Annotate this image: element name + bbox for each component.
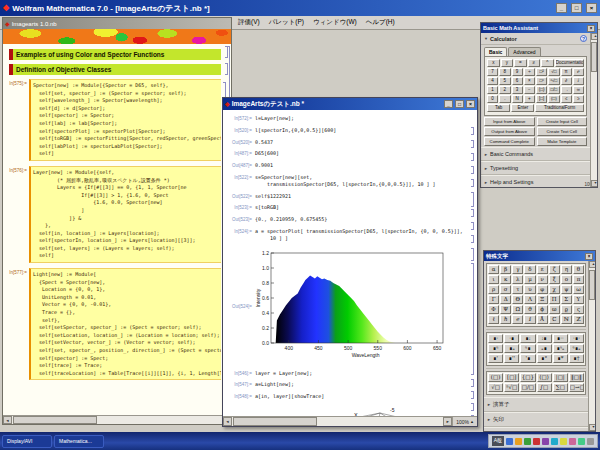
char-ℕ[interactable]: ℕ [561,315,572,324]
template-button[interactable]: ⟨□⟩ [537,373,552,382]
tray-icon-5[interactable] [551,438,558,445]
cell-bracket[interactable] [471,209,474,217]
key-x[interactable]: x [487,59,500,67]
key-N[interactable]: N [512,95,523,103]
cell-bracket[interactable] [471,235,474,243]
command-complete-button[interactable]: Command Complete [484,137,535,146]
cell-bracket[interactable] [471,379,474,387]
char-κ[interactable]: κ [500,275,511,284]
char-ℏ[interactable]: ℏ [500,315,511,324]
cell-bracket[interactable] [471,153,474,161]
template-button[interactable]: ᵃ∎ₐ [569,344,584,353]
cell-bracket[interactable] [471,140,474,148]
char-ζ[interactable]: ζ [549,265,560,274]
tray-icon-3[interactable] [533,438,540,445]
char-Ω[interactable]: Ω [512,305,523,314]
template-button[interactable]: [□] [504,373,519,382]
char-ψ[interactable]: ψ [561,285,572,294]
key-=[interactable]: = [514,59,527,67]
template-button[interactable]: ᵃ∎ [520,344,535,353]
key-y[interactable]: y [501,59,514,67]
app-title-bar[interactable]: ◆ Wolfram Mathematica 7.0 - [ImageArtsのテ… [0,0,600,16]
key-(□)[interactable]: (□) [536,86,547,94]
cell-bracket[interactable] [471,403,474,411]
cell-content[interactable]: l=Layer[new]; [255,115,294,122]
maximize-button[interactable]: □ [571,3,582,13]
char-Å[interactable]: Å [537,315,548,324]
ime-language-bar[interactable]: A般 [492,436,504,446]
char-γ[interactable]: γ [512,265,523,274]
key-ⁿ√□[interactable]: ⁿ√□ [548,77,559,85]
documentation-button[interactable]: Documentation [555,59,584,67]
char-Φ[interactable]: Φ [488,305,499,314]
cell-bracket[interactable] [471,179,474,187]
input-from-above-button[interactable]: Input from Above [484,117,535,126]
tray-icon-0[interactable] [506,438,513,445]
key-9[interactable]: 9 [512,68,523,76]
notebook-window-imagearts[interactable]: ◆ Imagearts 1.0.nb Examples of using Col… [2,17,232,425]
char-Ψ[interactable]: Ψ [500,305,511,314]
tray-icon-7[interactable] [569,438,576,445]
template-button[interactable]: ∎° [537,354,552,363]
template-button[interactable]: ∎ᵃₐ [553,344,568,353]
template-button[interactable]: ∎: [520,334,535,343]
char-τ[interactable]: τ [512,285,523,294]
template-button[interactable]: |□| [553,373,568,382]
scroll-right-icon[interactable]: ► [443,417,452,426]
key-3[interactable]: 3 [512,86,523,94]
section-header[interactable]: Examples of using Color and Spector Func… [9,49,221,60]
tray-icon-6[interactable] [560,438,567,445]
close-button[interactable]: × [585,253,593,260]
close-button[interactable]: × [587,25,595,32]
task-button-0[interactable]: Display/AVI [2,435,52,448]
char-ϑ[interactable]: ϑ [524,305,535,314]
template-button[interactable]: ∎ᵃ [488,344,503,353]
key-÷[interactable]: ÷ [524,68,535,76]
section-図形・アイコン記号[interactable]: ►図形・アイコン記号 [484,427,588,431]
notebook-window-imagearts-test[interactable]: ◆ ImageArtsのテスト.nb * _ □ × In[572]:=l=La… [222,97,478,427]
vertical-scrollbar[interactable]: ▲ ▼ [590,33,597,187]
char-μ[interactable]: μ [524,275,535,284]
template-button[interactable]: ·∎ [504,334,519,343]
scrollbar-track[interactable] [12,416,222,424]
task-button-1[interactable]: Mathematica... [54,435,104,448]
key-8[interactable]: 8 [499,68,510,76]
key-enter[interactable]: Enter [511,104,534,112]
key-[□][interactable]: [□] [536,95,547,103]
key-0[interactable]: 0 [487,95,498,103]
template-button[interactable]: '∎ [520,354,535,363]
char-φ[interactable]: φ [537,285,548,294]
char-Λ[interactable]: Λ [524,295,535,304]
template-button[interactable]: ∎* [553,354,568,363]
key-4[interactable]: 4 [487,77,498,85]
template-button[interactable]: ‖□‖ [569,373,584,382]
cell-content[interactable]: a=Light[new]; [255,381,294,388]
key-tab[interactable]: Tab [487,104,510,112]
key-∂[interactable]: ∂ [561,77,572,85]
char-α[interactable]: α [488,265,499,274]
scroll-up-icon[interactable]: ▲ [591,33,597,40]
char-ⅈ[interactable]: ⅈ [524,315,535,324]
char-ϱ[interactable]: ϱ [561,305,572,314]
cell-content[interactable]: s[toRGB] [255,204,279,211]
template-button[interactable]: ∎† [569,354,584,363]
template-button[interactable]: :∎ [537,334,552,343]
char-ℤ[interactable]: ℤ [573,315,584,324]
key-√□[interactable]: √□ [548,68,559,76]
template-button[interactable]: ⁿ√□ [504,383,519,392]
char-ℯ[interactable]: ℯ [512,315,523,324]
char-ε[interactable]: ε [537,265,548,274]
char-ϖ[interactable]: ϖ [549,305,560,314]
cell-content[interactable]: 4004505005506006500.00.20.40.60.81.01.2W… [255,247,455,365]
help-icon[interactable]: ? [580,35,587,42]
cell-content[interactable]: s=Spector[new][set, transmissionSpector[… [255,174,436,188]
output-from-above-button[interactable]: Output from Above [484,127,535,136]
cell-bracket[interactable] [471,192,474,207]
scrollbar-track[interactable] [589,268,595,424]
cell-content[interactable]: l[spectorIn,{0,0,0.5}][600] [255,127,336,134]
key-≤[interactable]: ≤ [561,95,572,103]
char-ν[interactable]: ν [537,275,548,284]
char-σ[interactable]: σ [500,285,511,294]
magnification-control[interactable]: 100% ▲ [452,417,477,426]
key-ℯ[interactable]: ℯ [573,68,584,76]
